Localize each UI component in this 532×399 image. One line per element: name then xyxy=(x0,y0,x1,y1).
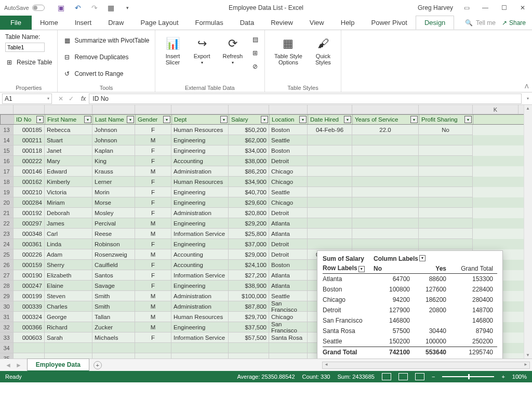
convert-range-button[interactable]: ↺Convert to Range xyxy=(63,68,149,80)
filter-dropdown-icon[interactable]: ▼ xyxy=(220,116,228,123)
export-button[interactable]: ↪ Export▾ xyxy=(190,33,215,84)
status-bar: Ready Average: 25350.88542 Count: 330 Su… xyxy=(0,371,532,382)
tell-me-search[interactable]: 🔍 Tell me xyxy=(465,19,496,26)
filter-dropdown-icon[interactable]: ▼ xyxy=(261,116,268,123)
formula-input[interactable]: ID No xyxy=(89,94,522,104)
vertical-scrollbar[interactable] xyxy=(524,105,532,358)
filter-dropdown-icon[interactable]: ▼ xyxy=(410,116,418,123)
zoom-slider[interactable] xyxy=(442,376,494,377)
filter-dropdown-icon[interactable]: ▼ xyxy=(36,116,44,123)
tab-draw[interactable]: Draw xyxy=(100,16,132,30)
col-header[interactable] xyxy=(308,105,352,114)
table-row[interactable]: 23000348CarlReeseMInformation Service$25… xyxy=(0,229,532,239)
col-header[interactable] xyxy=(269,105,308,114)
col-header[interactable] xyxy=(135,105,171,114)
tab-insert[interactable]: Insert xyxy=(66,16,100,30)
table-row[interactable]: 14000211StuartJohnsonMEngineering$62,000… xyxy=(0,135,532,145)
col-header[interactable] xyxy=(92,105,135,114)
remove-duplicates-button[interactable]: ⊟Remove Duplicates xyxy=(63,51,149,63)
share-button[interactable]: ↗ Share xyxy=(502,19,526,26)
customize-qat-icon[interactable]: ▾ xyxy=(124,4,132,12)
filter-dropdown-icon[interactable]: ▼ xyxy=(84,116,91,123)
unlink-icon[interactable]: ⊘ xyxy=(251,62,259,71)
table-row[interactable]: 13000185RebeccaJohnsonFHuman Resources$5… xyxy=(0,125,532,135)
tab-review[interactable]: Review xyxy=(262,16,301,30)
properties-icon[interactable]: ▤ xyxy=(251,35,259,44)
zoom-in-icon[interactable]: + xyxy=(501,374,504,380)
filter-dropdown-icon[interactable]: ▼ xyxy=(464,116,472,123)
enter-icon[interactable]: ✓ xyxy=(69,95,74,102)
insert-slicer-button[interactable]: 📊 Insert Slicer xyxy=(161,33,185,84)
col-header-k[interactable]: K xyxy=(473,105,518,114)
col-header[interactable] xyxy=(14,105,45,114)
expand-formula-icon[interactable]: ▾ xyxy=(524,96,532,101)
prev-sheet-icon[interactable]: ◄ xyxy=(5,362,11,369)
tab-data[interactable]: Data xyxy=(232,16,262,30)
resize-table-icon: ⊞ xyxy=(5,58,14,66)
collapse-ribbon-icon[interactable]: ᐱ xyxy=(525,83,529,90)
summarize-pivottable-button[interactable]: ▦Summarize with PivotTable xyxy=(63,34,149,47)
dropdown-icon[interactable]: ▼ xyxy=(419,255,425,261)
tab-page-layout[interactable]: Page Layout xyxy=(132,16,187,30)
tab-design[interactable]: Design xyxy=(416,16,454,30)
col-header[interactable] xyxy=(171,105,229,114)
quick-styles-button[interactable]: 🖌 Quick Styles xyxy=(311,33,336,84)
filter-dropdown-icon[interactable]: ▼ xyxy=(344,116,351,123)
col-header[interactable] xyxy=(352,105,419,114)
formula-bar: A1▾ ✕✓ fx ID No ▾ xyxy=(0,92,532,105)
table-row[interactable]: 21000192DeborahMosleyFAdministration$20,… xyxy=(0,208,532,218)
filter-dropdown-icon[interactable]: ▼ xyxy=(163,116,170,123)
page-layout-icon[interactable] xyxy=(398,373,408,380)
normal-view-icon[interactable] xyxy=(382,373,391,380)
open-browser-icon[interactable]: ⊞ xyxy=(251,49,259,57)
filter-dropdown-icon[interactable]: ▼ xyxy=(127,116,134,123)
page-break-icon[interactable] xyxy=(415,373,424,380)
save-icon[interactable]: ▣ xyxy=(57,4,65,12)
redo-icon[interactable]: ↷ xyxy=(90,4,99,12)
resize-table-button[interactable]: ⊞ Resize Table xyxy=(5,58,52,66)
next-sheet-icon[interactable]: ► xyxy=(16,362,22,369)
col-header[interactable] xyxy=(45,105,92,114)
tab-view[interactable]: View xyxy=(301,16,332,30)
add-sheet-button[interactable]: + xyxy=(94,361,102,369)
horizontal-scrollbar[interactable] xyxy=(322,362,530,369)
worksheet-grid[interactable]: K ID No▼ First Name▼ Last Name▼ Gender▼ … xyxy=(0,105,532,358)
cancel-icon[interactable]: ✕ xyxy=(58,95,63,102)
refresh-icon: ⟳ xyxy=(224,35,241,52)
zoom-level[interactable]: 100% xyxy=(512,374,527,380)
refresh-button[interactable]: ⟳ Refresh▾ xyxy=(219,33,247,84)
table-row[interactable]: 20000284MiriamMorseFEngineering$29,600Ch… xyxy=(0,197,532,208)
table-row[interactable]: 24000361LindaRobinsonFEngineering$37,000… xyxy=(0,239,532,249)
touch-mode-icon[interactable]: ▦ xyxy=(107,4,115,12)
fx-icon[interactable]: fx xyxy=(78,95,89,102)
table-style-options-button[interactable]: ▦ Table Style Options xyxy=(270,33,307,84)
filter-dropdown-icon[interactable]: ▼ xyxy=(299,116,307,123)
select-all-corner[interactable] xyxy=(0,105,14,114)
minimize-icon[interactable]: — xyxy=(480,3,490,13)
maximize-icon[interactable]: ☐ xyxy=(499,3,509,13)
close-icon[interactable]: ✕ xyxy=(517,3,528,13)
table-row[interactable]: 22000297JamesPercivalMEngineering$29,200… xyxy=(0,218,532,229)
table-row[interactable]: 18000162KimberlyLernerFHuman Resources$3… xyxy=(0,177,532,187)
tab-file[interactable]: File xyxy=(0,16,32,30)
table-row[interactable]: 17000146EdwardKraussMAdministration$86,2… xyxy=(0,166,532,177)
tab-formulas[interactable]: Formulas xyxy=(187,16,232,30)
tab-help[interactable]: Help xyxy=(332,16,363,30)
name-box[interactable]: A1▾ xyxy=(2,94,52,104)
sheet-tab-employee-data[interactable]: Employee Data xyxy=(27,358,89,371)
col-header[interactable] xyxy=(229,105,269,114)
group-tools-label: Tools xyxy=(63,84,149,91)
dropdown-icon[interactable]: ▼ xyxy=(358,266,365,272)
table-row[interactable]: 19000210VictoriaMorinFEngineering$40,700… xyxy=(0,187,532,197)
tab-home[interactable]: Home xyxy=(32,16,66,30)
autosave-toggle[interactable]: AutoSave xyxy=(4,5,45,11)
col-header[interactable] xyxy=(419,105,473,114)
user-name[interactable]: Greg Harvey xyxy=(418,4,453,11)
table-row[interactable]: 15000118JanetKaplanFEngineering$34,000Bo… xyxy=(0,145,532,156)
tab-power-pivot[interactable]: Power Pivot xyxy=(363,16,416,30)
table-name-input[interactable] xyxy=(5,43,45,52)
zoom-out-icon[interactable]: − xyxy=(432,374,435,380)
undo-icon[interactable]: ↶ xyxy=(74,4,82,12)
ribbon-display-icon[interactable]: ▭ xyxy=(461,3,472,13)
table-row[interactable]: 16000222MaryKingFAccounting$38,000Detroi… xyxy=(0,156,532,166)
